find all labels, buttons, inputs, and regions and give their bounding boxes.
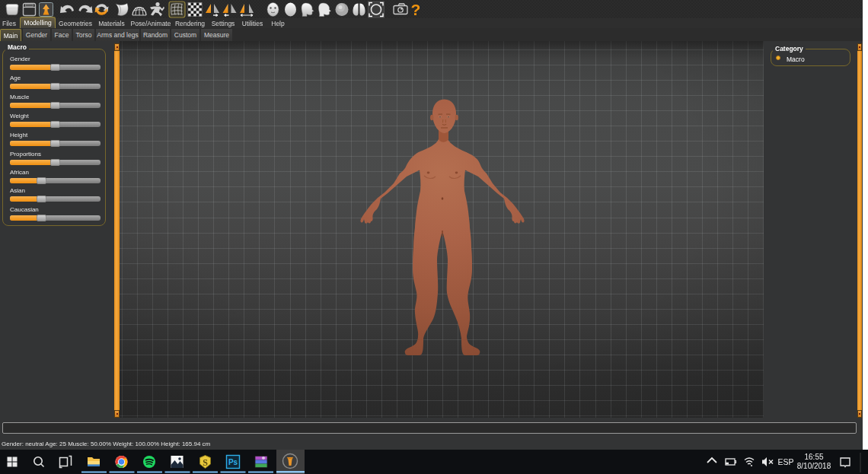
svg-text:16:55: 16:55: [804, 453, 823, 461]
svg-text:8/10/2018: 8/10/2018: [797, 462, 831, 470]
svg-text:S: S: [203, 457, 208, 468]
svg-text:?: ?: [411, 1, 421, 18]
svg-text:ESP: ESP: [777, 457, 793, 466]
svg-text:Ps: Ps: [228, 458, 238, 466]
